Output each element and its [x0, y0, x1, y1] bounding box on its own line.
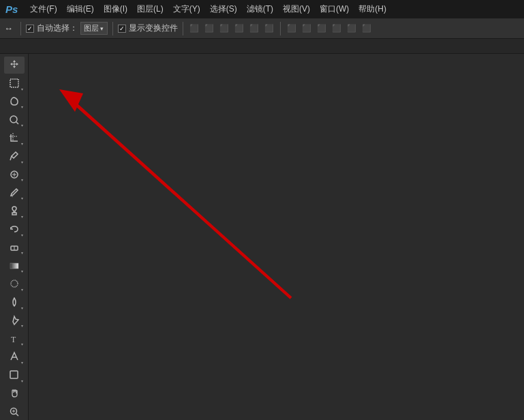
svg-line-16: [16, 413, 18, 416]
menu-select[interactable]: 选择(S): [206, 2, 241, 16]
menu-bar: 文件(F) 编辑(E) 图像(I) 图层(L) 文字(Y) 选择(S) 滤镜(T…: [26, 2, 519, 16]
distribute-btn-4[interactable]: ⬛: [332, 24, 341, 33]
separator-1: [20, 22, 21, 35]
separator-2: [112, 22, 113, 35]
svg-line-20: [70, 98, 291, 298]
svg-line-21: [71, 100, 291, 298]
marquee-tool-btn[interactable]: [4, 75, 25, 92]
brush-tool-btn[interactable]: [4, 184, 25, 201]
annotation-arrow: [29, 54, 524, 420]
title-bar: Ps 文件(F) 编辑(E) 图像(I) 图层(L) 文字(Y) 选择(S) 滤…: [0, 0, 524, 18]
svg-marker-22: [59, 89, 83, 112]
separator-4: [280, 22, 281, 35]
ps-logo: Ps: [5, 3, 18, 15]
canvas-area: [29, 54, 524, 420]
svg-rect-7: [12, 213, 16, 215]
pen-tool-btn[interactable]: [4, 312, 25, 329]
svg-point-1: [10, 116, 17, 123]
svg-line-2: [16, 122, 18, 124]
distribute-btn-6[interactable]: ⬛: [362, 24, 371, 33]
align-right-btn[interactable]: ⬛: [219, 24, 229, 33]
shape-tool-btn[interactable]: [4, 367, 25, 384]
svg-rect-10: [10, 263, 18, 269]
quick-select-tool-btn[interactable]: [4, 111, 25, 128]
align-top-btn[interactable]: ⬛: [234, 24, 244, 33]
svg-line-3: [10, 156, 12, 160]
text-tool-btn[interactable]: T: [4, 330, 25, 347]
move-tool-btn[interactable]: [4, 57, 25, 74]
distribute-btn-3[interactable]: ⬛: [317, 24, 326, 33]
path-selection-tool-btn[interactable]: [4, 348, 25, 365]
show-transform-checkbox[interactable]: [118, 25, 126, 33]
distribute-btn-5[interactable]: ⬛: [347, 24, 356, 33]
layer-dropdown[interactable]: 图层: [80, 22, 108, 35]
gradient-tool-btn[interactable]: [4, 257, 25, 274]
menu-view[interactable]: 视图(V): [279, 2, 314, 16]
auto-select-checkbox[interactable]: [26, 25, 34, 33]
eyedropper-tool-btn[interactable]: [4, 148, 25, 165]
svg-rect-14: [10, 371, 18, 378]
menu-file[interactable]: 文件(F): [26, 2, 61, 16]
svg-text:T: T: [11, 335, 16, 344]
align-middle-btn[interactable]: ⬛: [249, 24, 259, 33]
hand-tool-btn[interactable]: [4, 385, 25, 402]
separator-3: [183, 22, 183, 35]
history-brush-tool-btn[interactable]: [4, 221, 25, 238]
menu-filter[interactable]: 滤镜(T): [243, 2, 277, 16]
auto-select-label: 自动选择：: [37, 22, 78, 34]
stamp-tool-btn[interactable]: [4, 202, 25, 220]
align-left-btn[interactable]: ⬛: [189, 24, 199, 33]
menu-type[interactable]: 文字(Y): [169, 2, 204, 16]
lasso-tool-btn[interactable]: [4, 93, 25, 110]
menu-window[interactable]: 窗口(W): [315, 2, 353, 16]
menu-image[interactable]: 图像(I): [99, 2, 132, 16]
menu-layer[interactable]: 图层(L): [133, 2, 168, 16]
svg-rect-0: [10, 79, 18, 87]
blur-tool-btn[interactable]: [4, 275, 25, 292]
eraser-tool-btn[interactable]: [4, 239, 25, 256]
crop-tool-btn[interactable]: [4, 130, 25, 147]
align-bottom-btn[interactable]: ⬛: [264, 24, 274, 33]
menu-edit[interactable]: 编辑(E): [63, 2, 98, 16]
distribute-btn-1[interactable]: ⬛: [287, 24, 296, 33]
dodge-tool-btn[interactable]: [4, 294, 25, 311]
tab-bar: [0, 39, 524, 54]
healing-brush-tool-btn[interactable]: [4, 166, 25, 183]
align-center-btn[interactable]: ⬛: [204, 24, 214, 33]
main-area: T: [0, 54, 524, 420]
options-bar: ↔ 自动选择： 图层 显示变换控件 ⬛ ⬛ ⬛ ⬛ ⬛ ⬛ ⬛ ⬛ ⬛ ⬛ ⬛ …: [0, 18, 524, 39]
zoom-tool-btn[interactable]: [4, 403, 25, 420]
toolbar: T: [0, 54, 29, 420]
distribute-btn-2[interactable]: ⬛: [302, 24, 311, 33]
show-transform-label: 显示变换控件: [129, 22, 178, 34]
svg-point-11: [11, 280, 18, 287]
move-tool-icon: ↔: [4, 23, 13, 33]
menu-help[interactable]: 帮助(H): [354, 2, 390, 16]
